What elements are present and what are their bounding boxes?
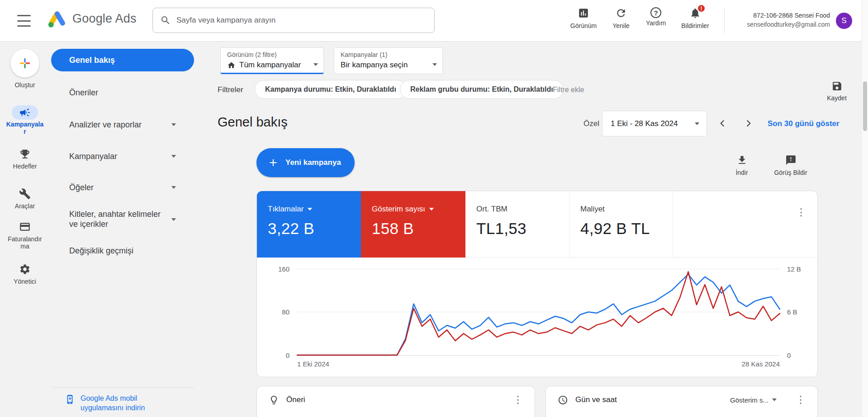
feedback-icon <box>785 155 797 166</box>
new-campaign-label: Yeni kampanya <box>285 158 341 167</box>
topbar: Google Ads Görünüm Yenile ? Yardım ! Bil… <box>0 0 868 42</box>
day-hour-card-title: Gün ve saat <box>575 395 617 404</box>
wrench-icon <box>19 188 31 200</box>
create-button[interactable] <box>10 49 39 78</box>
overview-panel: Tıklamalar 3,22 B Gösterim sayısı 158 B … <box>256 191 818 377</box>
chevron-down-icon <box>171 218 176 221</box>
icon-rail: Oluştur Kampanyalar Hedefler Araçlar Fat… <box>0 42 50 417</box>
topbar-divider <box>724 8 725 33</box>
rail-item-goals[interactable]: Hedefler <box>0 148 50 170</box>
x-axis-end-label: 28 Kas 2024 <box>709 360 780 368</box>
metric-tile-impressions[interactable]: Gösterim sayısı 158 B <box>361 191 465 258</box>
nav-item-insights[interactable]: Analizler ve raporlar <box>51 120 194 130</box>
chevron-down-icon <box>171 123 176 126</box>
cost-value: 4,92 B TL <box>580 220 673 238</box>
campaign-scope-value: Bir kampanya seçin <box>341 61 408 70</box>
previous-period-button[interactable] <box>715 116 730 131</box>
avatar[interactable]: S <box>836 13 852 29</box>
date-range-dropdown[interactable]: 1 Eki - 28 Kas 2024 <box>602 111 707 136</box>
feedback-button[interactable]: Görüş Bildir <box>764 155 818 176</box>
filter-chip-adgroup-status[interactable]: Reklam grubu durumu: Etkin, Duraklatıldı <box>400 80 564 99</box>
chart-window-icon <box>578 7 589 19</box>
mobile-download-icon <box>65 394 75 404</box>
view-scope-dropdown[interactable]: Görünüm (2 filtre) Tüm kampanyalar <box>220 47 324 74</box>
nav-item-change-history[interactable]: Değişiklik geçmişi <box>51 246 194 256</box>
rail-item-campaigns[interactable]: Kampanyalar <box>0 105 50 135</box>
download-button[interactable]: İndir <box>727 155 756 176</box>
next-period-button[interactable] <box>741 116 756 131</box>
left-axis-tick: 0 <box>266 351 289 359</box>
google-ads-logo-icon <box>47 9 67 28</box>
right-axis-tick: 6 B <box>787 308 814 316</box>
add-filter-button[interactable]: Filtre ekle <box>553 86 584 94</box>
rail-item-tools[interactable]: Araçlar <box>0 188 50 210</box>
appearance-button[interactable]: Görünüm <box>563 7 604 29</box>
dropdown-arrow-icon <box>308 208 312 211</box>
create-label: Oluştur <box>0 80 50 89</box>
chevron-right-icon <box>743 117 754 129</box>
multicolor-plus-icon <box>18 56 32 70</box>
mobile-app-link[interactable]: Google Ads mobil uygulamasını indirin <box>65 394 160 412</box>
home-icon <box>227 61 236 70</box>
save-button[interactable]: Kaydet <box>820 80 854 102</box>
nav-item-overview[interactable]: Genel bakış <box>51 49 194 71</box>
save-icon <box>831 80 843 92</box>
day-hour-card: Gün ve saat Gösterim s... ⋮ <box>545 386 818 417</box>
right-axis-tick: 0 <box>787 351 814 359</box>
dropdown-arrow-icon <box>313 63 318 66</box>
menu-icon[interactable] <box>17 15 31 27</box>
rail-item-billing[interactable]: Faturalandırma <box>0 221 50 250</box>
new-campaign-button[interactable]: Yeni kampanya <box>256 148 355 177</box>
google-ads-app: Google Ads Görünüm Yenile ? Yardım ! Bil… <box>0 0 868 417</box>
page-title: Genel bakış <box>218 115 288 130</box>
dropdown-arrow-icon <box>772 398 777 401</box>
nav-item-campaigns[interactable]: Kampanyalar <box>51 151 194 161</box>
campaign-scope-dropdown[interactable]: Kampanyalar (1) Bir kampanya seçin <box>334 47 443 74</box>
google-ads-logo[interactable]: Google Ads <box>47 9 137 28</box>
recommendation-card: Öneri ⋮ <box>256 386 535 417</box>
sidenav-divider <box>51 387 194 388</box>
plus-icon <box>267 157 279 169</box>
account-email: senseifoodturkey@gmail.com <box>747 20 830 29</box>
left-axis-tick: 160 <box>266 265 289 273</box>
show-last-30-days-link[interactable]: Son 30 günü göster <box>768 119 840 128</box>
avg-cpc-value: TL1,53 <box>476 220 569 238</box>
download-icon <box>736 155 748 166</box>
notifications-button[interactable]: ! Bildirimler <box>675 7 716 29</box>
day-hour-metric-dropdown[interactable]: Gösterim s... <box>730 396 777 404</box>
card-menu-icon[interactable]: ⋮ <box>513 395 523 405</box>
chart-lines <box>297 269 780 355</box>
chevron-down-icon <box>171 155 176 158</box>
help-label: Yardım <box>636 19 676 27</box>
help-icon: ? <box>650 7 661 18</box>
product-name: Google Ads <box>72 12 137 26</box>
right-axis-tick: 12 B <box>787 265 814 273</box>
trophy-icon <box>19 148 31 160</box>
panel-menu-icon[interactable]: ⋮ <box>796 207 806 217</box>
nav-item-assets[interactable]: Öğeler <box>51 183 194 192</box>
chevron-down-icon <box>171 186 176 189</box>
scrollbar-thumb[interactable] <box>863 81 867 131</box>
search-bar <box>152 8 435 33</box>
metric-tile-cost[interactable]: Maliyet 4,92 B TL <box>569 191 673 258</box>
help-button[interactable]: ? Yardım <box>636 7 676 27</box>
vertical-scrollbar[interactable] <box>862 0 868 417</box>
notification-badge: ! <box>697 4 706 13</box>
appearance-label: Görünüm <box>563 22 604 29</box>
campaigns-pill <box>12 105 38 120</box>
nav-item-recommendations[interactable]: Öneriler <box>51 88 194 98</box>
performance-chart: 160 80 0 12 B 6 B 0 1 Eki 2024 28 Kas 20… <box>257 258 818 378</box>
card-menu-icon[interactable]: ⋮ <box>796 395 806 405</box>
recommendation-card-title: Öneri <box>286 395 305 404</box>
nav-overview-label: Genel bakış <box>69 56 115 65</box>
metric-tile-avg-cpc[interactable]: Ort. TBM TL1,53 <box>465 191 569 258</box>
rail-item-admin[interactable]: Yönetici <box>0 263 50 285</box>
date-range-value: 1 Eki - 28 Kas 2024 <box>611 119 678 128</box>
nav-item-audiences[interactable]: Kitleler, anahtar kelimeler ve içerikler <box>51 209 194 229</box>
filter-chip-campaign-status[interactable]: Kampanya durumu: Etkin, Duraklatıldı <box>255 80 407 99</box>
download-label: İndir <box>727 169 756 176</box>
dropdown-arrow-icon <box>429 208 434 211</box>
search-input[interactable] <box>176 16 427 25</box>
metric-tile-clicks[interactable]: Tıklamalar 3,22 B <box>257 191 361 258</box>
dropdown-arrow-icon <box>695 122 699 125</box>
